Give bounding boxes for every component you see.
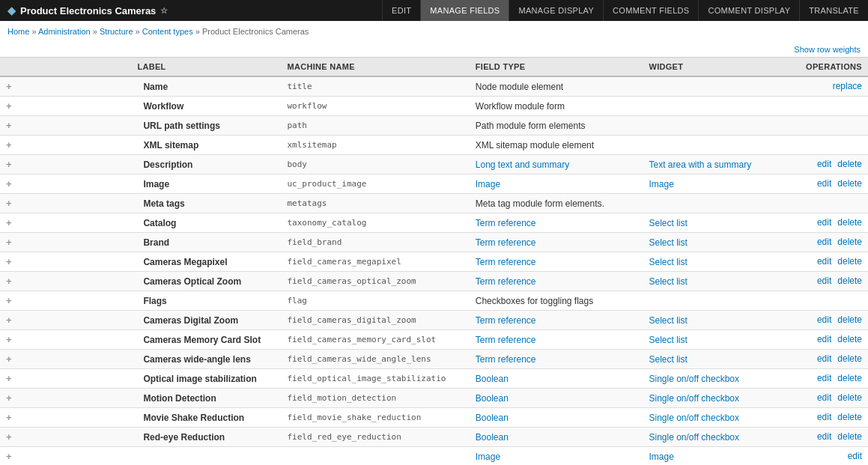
nav-item-manage-fields[interactable]: MANAGE FIELDS bbox=[420, 0, 509, 21]
nav-item-comment-fields[interactable]: COMMENT FIELDS bbox=[603, 0, 698, 21]
widget-link[interactable]: Single on/off checkbox bbox=[649, 374, 739, 384]
drag-handle-icon[interactable]: + bbox=[6, 451, 15, 462]
field-type[interactable]: Image bbox=[470, 447, 643, 466]
nav-item-manage-display[interactable]: MANAGE DISPLAY bbox=[509, 0, 603, 21]
field-type-link[interactable]: Term reference bbox=[476, 354, 536, 365]
op-edit-link[interactable]: edit bbox=[817, 412, 831, 422]
field-type[interactable]: Term reference bbox=[470, 233, 643, 252]
widget-link[interactable]: Select list bbox=[649, 237, 687, 248]
drag-handle-icon[interactable]: + bbox=[6, 392, 15, 404]
op-delete-link[interactable]: delete bbox=[837, 217, 862, 228]
op-edit-link[interactable]: edit bbox=[817, 373, 831, 383]
field-type[interactable]: Boolean bbox=[470, 408, 643, 428]
field-type[interactable]: Boolean bbox=[470, 389, 643, 408]
op-delete-link[interactable]: delete bbox=[837, 276, 862, 286]
field-type[interactable]: Term reference bbox=[470, 272, 643, 291]
op-edit-link[interactable]: edit bbox=[817, 392, 831, 403]
widget[interactable]: Single on/off checkbox bbox=[643, 408, 800, 428]
op-replace-link[interactable]: replace bbox=[833, 81, 862, 91]
drag-handle-icon[interactable]: + bbox=[6, 159, 15, 170]
op-delete-link[interactable]: delete bbox=[837, 412, 862, 422]
op-delete-link[interactable]: delete bbox=[837, 353, 862, 364]
field-type[interactable]: Image bbox=[470, 174, 643, 194]
drag-handle-icon[interactable]: + bbox=[6, 178, 15, 189]
drag-handle-icon[interactable]: + bbox=[6, 198, 15, 209]
drag-handle-icon[interactable]: + bbox=[6, 256, 15, 267]
widget[interactable]: Select list bbox=[643, 330, 800, 350]
widget[interactable]: Single on/off checkbox bbox=[643, 389, 800, 408]
widget[interactable]: Single on/off checkbox bbox=[643, 369, 800, 389]
widget[interactable]: Text area with a summary bbox=[643, 155, 800, 174]
op-edit-link[interactable]: edit bbox=[817, 314, 831, 325]
field-type-link[interactable]: Term reference bbox=[476, 315, 536, 326]
widget[interactable]: Select list bbox=[643, 252, 800, 272]
field-type-link[interactable]: Image bbox=[476, 452, 500, 462]
widget-link[interactable]: Select list bbox=[649, 218, 687, 228]
drag-handle-icon[interactable]: + bbox=[6, 334, 15, 345]
widget-link[interactable]: Single on/off checkbox bbox=[649, 432, 739, 443]
field-type[interactable]: Term reference bbox=[470, 350, 643, 369]
field-type-link[interactable]: Boolean bbox=[476, 432, 509, 443]
op-delete-link[interactable]: delete bbox=[837, 178, 862, 189]
nav-item-translate[interactable]: TRANSLATE bbox=[799, 0, 868, 21]
widget-link[interactable]: Image bbox=[649, 452, 673, 462]
op-delete-link[interactable]: delete bbox=[837, 373, 862, 383]
field-type-link[interactable]: Term reference bbox=[476, 257, 536, 267]
drag-handle-icon[interactable]: + bbox=[6, 373, 15, 384]
field-type-link[interactable]: Boolean bbox=[476, 413, 509, 423]
field-type-link[interactable]: Term reference bbox=[476, 335, 536, 345]
drag-handle-icon[interactable]: + bbox=[6, 431, 15, 443]
op-delete-link[interactable]: delete bbox=[837, 314, 862, 325]
op-delete-link[interactable]: delete bbox=[837, 392, 862, 403]
widget[interactable]: Image bbox=[643, 174, 800, 194]
op-edit-link[interactable]: edit bbox=[848, 451, 862, 461]
drag-handle-icon[interactable]: + bbox=[6, 81, 15, 92]
field-type[interactable]: Boolean bbox=[470, 369, 643, 389]
op-edit-link[interactable]: edit bbox=[817, 353, 831, 364]
op-edit-link[interactable]: edit bbox=[817, 256, 831, 267]
widget-link[interactable]: Text area with a summary bbox=[649, 159, 751, 170]
drag-handle-icon[interactable]: + bbox=[6, 120, 15, 131]
widget-link[interactable]: Select list bbox=[649, 257, 687, 267]
widget[interactable]: Select list bbox=[643, 213, 800, 233]
drag-handle-icon[interactable]: + bbox=[6, 139, 15, 151]
widget-link[interactable]: Single on/off checkbox bbox=[649, 413, 739, 423]
op-edit-link[interactable]: edit bbox=[817, 178, 831, 189]
nav-item-edit[interactable]: EDIT bbox=[382, 0, 420, 21]
field-type[interactable]: Term reference bbox=[470, 252, 643, 272]
drag-handle-icon[interactable]: + bbox=[6, 295, 15, 306]
op-edit-link[interactable]: edit bbox=[817, 217, 831, 228]
breadcrumb-link-2[interactable]: Structure bbox=[100, 27, 133, 36]
field-type-link[interactable]: Boolean bbox=[476, 393, 509, 404]
op-edit-link[interactable]: edit bbox=[817, 431, 831, 442]
widget[interactable]: Select list bbox=[643, 233, 800, 252]
widget[interactable]: Image bbox=[643, 447, 800, 466]
field-type[interactable]: Long text and summary bbox=[470, 155, 643, 174]
field-type[interactable]: Term reference bbox=[470, 213, 643, 233]
op-edit-link[interactable]: edit bbox=[817, 334, 831, 344]
field-type-link[interactable]: Term reference bbox=[476, 276, 536, 287]
widget[interactable]: Select list bbox=[643, 272, 800, 291]
widget-link[interactable]: Select list bbox=[649, 276, 687, 287]
breadcrumb-link-3[interactable]: Content types bbox=[142, 27, 193, 36]
drag-handle-icon[interactable]: + bbox=[6, 217, 15, 228]
widget[interactable]: Select list bbox=[643, 311, 800, 330]
widget-link[interactable]: Select list bbox=[649, 315, 687, 326]
op-delete-link[interactable]: delete bbox=[837, 159, 862, 169]
breadcrumb-link-0[interactable]: Home bbox=[7, 27, 29, 36]
show-row-weights-link[interactable]: Show row weights bbox=[794, 45, 861, 54]
field-type-link[interactable]: Term reference bbox=[476, 237, 536, 248]
field-type[interactable]: Term reference bbox=[470, 330, 643, 350]
widget-link[interactable]: Select list bbox=[649, 354, 687, 365]
drag-handle-icon[interactable]: + bbox=[6, 314, 15, 326]
op-edit-link[interactable]: edit bbox=[817, 159, 831, 169]
widget-link[interactable]: Image bbox=[649, 179, 673, 189]
drag-handle-icon[interactable]: + bbox=[6, 353, 15, 365]
breadcrumb-link-1[interactable]: Administration bbox=[38, 27, 91, 36]
op-edit-link[interactable]: edit bbox=[817, 276, 831, 286]
drag-handle-icon[interactable]: + bbox=[6, 237, 15, 248]
field-type-link[interactable]: Term reference bbox=[476, 218, 536, 228]
drag-handle-icon[interactable]: + bbox=[6, 276, 15, 287]
op-delete-link[interactable]: delete bbox=[837, 237, 862, 247]
field-type-link[interactable]: Image bbox=[476, 179, 500, 189]
